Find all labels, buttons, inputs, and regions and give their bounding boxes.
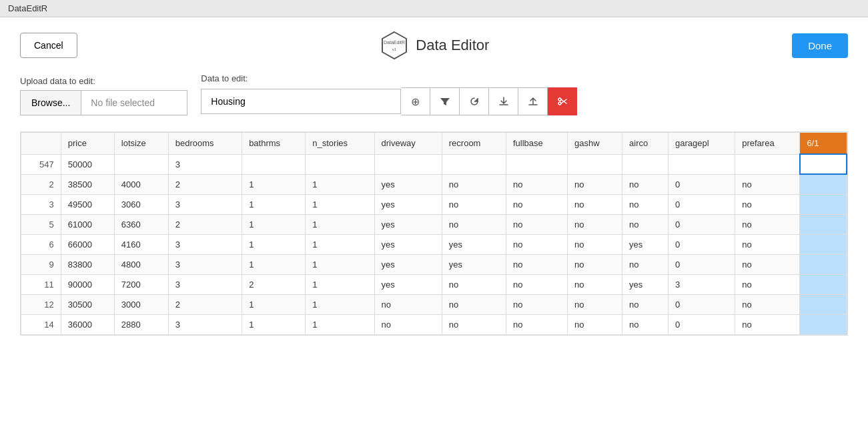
table-cell[interactable]: 3 (168, 194, 242, 214)
table-cell[interactable]: 0 (668, 294, 735, 314)
table-cell[interactable]: 1 (242, 314, 306, 334)
table-cell[interactable]: 1 (242, 174, 306, 194)
table-cell[interactable]: no (442, 174, 506, 194)
table-cell[interactable]: yes (374, 174, 442, 194)
table-cell[interactable] (568, 154, 622, 174)
col-header-prefarea[interactable]: prefarea (735, 133, 800, 155)
table-cell[interactable]: 0 (668, 174, 735, 194)
filter-button[interactable] (430, 87, 460, 115)
table-cell[interactable]: yes (622, 274, 669, 294)
table-cell[interactable]: no (506, 234, 567, 254)
table-cell[interactable]: 3000 (114, 294, 168, 314)
table-cell[interactable]: 2880 (114, 314, 168, 334)
table-cell[interactable]: 1 (306, 194, 374, 214)
table-cell[interactable]: 4160 (114, 234, 168, 254)
row-num-cell[interactable]: 12 (21, 294, 61, 314)
table-cell[interactable] (506, 154, 567, 174)
table-cell[interactable]: 1 (242, 234, 306, 254)
selected-col-cell[interactable] (800, 274, 847, 294)
table-cell[interactable]: no (735, 234, 800, 254)
table-cell[interactable]: 0 (668, 314, 735, 334)
table-cell[interactable]: 1 (306, 234, 374, 254)
table-cell[interactable]: 4000 (114, 174, 168, 194)
table-cell[interactable]: yes (374, 214, 442, 234)
table-cell[interactable]: 7200 (114, 274, 168, 294)
browse-button[interactable]: Browse... (20, 90, 81, 115)
scissors-button[interactable] (548, 87, 577, 115)
row-num-cell[interactable]: 6 (21, 234, 61, 254)
col-header-gashw[interactable]: gashw (568, 133, 622, 155)
table-cell[interactable]: 50000 (61, 154, 114, 174)
table-cell[interactable]: no (374, 294, 442, 314)
col-header-driveway[interactable]: driveway (374, 133, 442, 155)
table-cell[interactable]: no (374, 314, 442, 334)
row-num-cell[interactable]: 547 (21, 154, 61, 174)
table-cell[interactable]: no (622, 294, 669, 314)
table-cell[interactable]: no (622, 214, 669, 234)
table-cell[interactable] (622, 154, 669, 174)
table-cell[interactable]: 66000 (61, 234, 114, 254)
table-cell[interactable]: 3 (168, 154, 242, 174)
table-cell[interactable]: no (735, 274, 800, 294)
table-cell[interactable] (306, 154, 374, 174)
table-cell[interactable]: no (568, 254, 622, 274)
table-cell[interactable] (442, 154, 506, 174)
col-header-bedrooms[interactable]: bedrooms (168, 133, 242, 155)
col-header-rownum[interactable] (21, 133, 61, 155)
table-cell[interactable]: no (442, 314, 506, 334)
table-cell[interactable]: no (442, 294, 506, 314)
table-cell[interactable]: no (568, 214, 622, 234)
done-button[interactable]: Done (792, 33, 848, 58)
refresh-button[interactable] (460, 87, 489, 115)
table-cell[interactable]: 0 (668, 234, 735, 254)
table-cell[interactable] (374, 154, 442, 174)
table-cell[interactable]: 1 (306, 314, 374, 334)
table-cell[interactable]: yes (374, 194, 442, 214)
selected-col-cell[interactable] (800, 234, 847, 254)
table-cell[interactable]: 2 (168, 214, 242, 234)
crosshair-button[interactable]: ⊕ (401, 87, 430, 115)
table-cell[interactable]: 6360 (114, 214, 168, 234)
col-header-airco[interactable]: airco (622, 133, 669, 155)
table-cell[interactable]: no (735, 214, 800, 234)
table-cell[interactable]: 36000 (61, 314, 114, 334)
col-header-recroom[interactable]: recroom (442, 133, 506, 155)
table-cell[interactable]: 1 (306, 174, 374, 194)
col-header-garagepl[interactable]: garagepl (668, 133, 735, 155)
table-cell[interactable]: no (568, 314, 622, 334)
col-header-fullbase[interactable]: fullbase (506, 133, 567, 155)
table-cell[interactable]: no (568, 174, 622, 194)
table-cell[interactable]: 49500 (61, 194, 114, 214)
table-cell[interactable]: no (506, 294, 567, 314)
table-cell[interactable]: 1 (306, 214, 374, 234)
col-header-n_stories[interactable]: n_stories (306, 133, 374, 155)
table-cell[interactable]: no (442, 194, 506, 214)
table-cell[interactable]: 3 (168, 314, 242, 334)
table-cell[interactable]: yes (374, 254, 442, 274)
row-num-cell[interactable]: 2 (21, 174, 61, 194)
table-cell[interactable]: no (622, 254, 669, 274)
table-cell[interactable]: 3 (168, 234, 242, 254)
table-cell[interactable]: no (568, 234, 622, 254)
table-cell[interactable] (242, 154, 306, 174)
selected-col-cell[interactable] (800, 174, 847, 194)
selected-col-cell[interactable] (800, 194, 847, 214)
table-cell[interactable]: 3 (168, 274, 242, 294)
row-num-cell[interactable]: 5 (21, 214, 61, 234)
row-num-cell[interactable]: 11 (21, 274, 61, 294)
cancel-button[interactable]: Cancel (20, 33, 77, 58)
table-cell[interactable]: 1 (306, 294, 374, 314)
col-header-price[interactable]: price (61, 133, 114, 155)
table-cell[interactable]: no (506, 194, 567, 214)
table-cell[interactable]: 61000 (61, 214, 114, 234)
selected-col-cell[interactable] (800, 314, 847, 334)
table-cell[interactable]: no (568, 274, 622, 294)
data-input[interactable] (201, 89, 401, 114)
table-cell[interactable]: yes (374, 234, 442, 254)
table-cell[interactable]: 30500 (61, 294, 114, 314)
table-cell[interactable]: no (442, 274, 506, 294)
row-num-cell[interactable]: 3 (21, 194, 61, 214)
table-cell[interactable]: no (506, 314, 567, 334)
table-cell[interactable]: yes (442, 254, 506, 274)
table-cell[interactable]: no (568, 294, 622, 314)
